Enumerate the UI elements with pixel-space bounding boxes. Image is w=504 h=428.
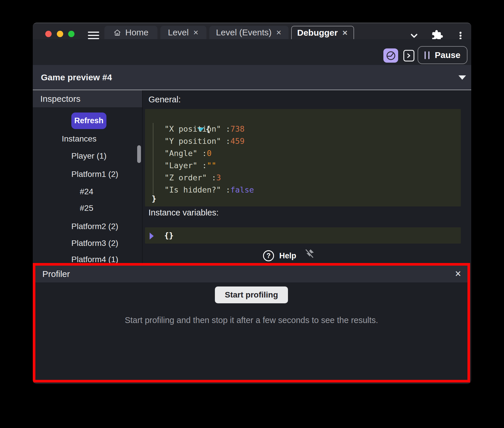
game-preview-header: Game preview #4 [33,65,471,90]
inspectors-sidebar: Inspectors Refresh Instances Player (1) … [33,90,142,263]
pause-label: Pause [435,50,460,60]
console-icon[interactable] [403,50,414,61]
empty-object: {} [164,231,174,240]
help-button[interactable]: ? Help [263,250,296,262]
sidebar-scrollbar-thumb[interactable] [137,145,141,163]
json-key: "Z order" : [164,173,216,182]
start-profiling-button[interactable]: Start profiling [215,286,288,303]
json-key: "X position" : [164,124,231,133]
close-brace: } [152,194,156,203]
tab-close-icon[interactable]: × [342,28,348,37]
general-json-view: { "X position" :738 "Y position" :459 "A… [145,109,461,206]
profiler-hint-text: Start profiling and then stop it after a… [125,315,378,325]
refresh-button[interactable]: Refresh [71,113,106,129]
traffic-light-minimize-button[interactable] [57,31,63,37]
inspectors-title: Inspectors [40,94,80,104]
traffic-light-maximize-button[interactable] [68,31,75,37]
pause-button[interactable]: Pause [418,46,467,64]
json-key: "Layer" : [164,161,207,170]
tab-label: Home [125,28,148,37]
instance-variables-heading: Instance variables: [148,208,219,217]
json-value: 459 [231,137,245,146]
json-value: 0 [207,149,211,158]
app-window: Home Level × Level (Events) × Debugger × [33,23,471,384]
debugger-toolbar: Pause [33,39,471,65]
profiler-header: Profiler × [35,266,467,282]
traffic-light-close-button[interactable] [45,31,52,37]
profiler-body: Start profiling Start profiling and then… [35,282,467,380]
tab-level[interactable]: Level × [160,26,206,39]
json-key: "Y position" : [164,137,231,146]
tab-level-events[interactable]: Level (Events) × [209,26,289,39]
tree-item-platform3[interactable]: Platform3 (2) [71,239,118,248]
json-value: "" [207,161,216,170]
tab-close-icon[interactable]: × [276,28,282,37]
tab-label: Debugger [297,28,338,38]
tab-label: Level (Events) [216,28,272,37]
home-icon [113,29,121,37]
pause-icon [425,51,429,59]
tree-item-instances[interactable]: Instances [62,134,97,144]
json-value: 738 [231,124,245,133]
help-icon: ? [263,250,274,261]
json-key: "Angle" : [164,149,207,158]
instance-inspector-panel: General: { "X position" :738 "Y position… [143,90,471,263]
close-icon[interactable]: × [455,267,461,280]
tree-item-player[interactable]: Player (1) [71,151,106,161]
instance-variables-json-view: {} [145,227,461,244]
tree-item-platform1[interactable]: Platform1 (2) [71,170,118,179]
general-heading: General: [148,95,181,104]
profiler-title: Profiler [42,269,70,279]
profiler-gauge-icon[interactable] [383,48,398,63]
titlebar: Home Level × Level (Events) × Debugger × [33,23,471,39]
tab-debugger-active[interactable]: Debugger × [291,26,354,39]
pin-off-icon[interactable] [304,248,315,259]
inspectors-header: Inspectors [33,90,142,107]
debugger-content: Inspectors Refresh Instances Player (1) … [33,90,471,263]
tab-label: Level [168,28,189,37]
question-mark: ? [266,252,271,260]
expand-toggle-icon[interactable] [150,233,154,240]
profiler-panel: Profiler × Start profiling Start profili… [33,263,470,382]
hamburger-menu-icon[interactable] [88,32,99,39]
tree-item-instance-25[interactable]: #25 [80,204,93,213]
tree-item-instance-24[interactable]: #24 [80,187,93,196]
help-label: Help [279,251,296,260]
tab-home[interactable]: Home [104,26,157,39]
tab-close-icon[interactable]: × [193,28,199,37]
json-value: 3 [216,173,221,182]
tree-item-platform2[interactable]: Platform2 (2) [71,222,118,231]
game-preview-title: Game preview #4 [41,65,112,90]
dropdown-caret-icon[interactable] [458,75,466,80]
